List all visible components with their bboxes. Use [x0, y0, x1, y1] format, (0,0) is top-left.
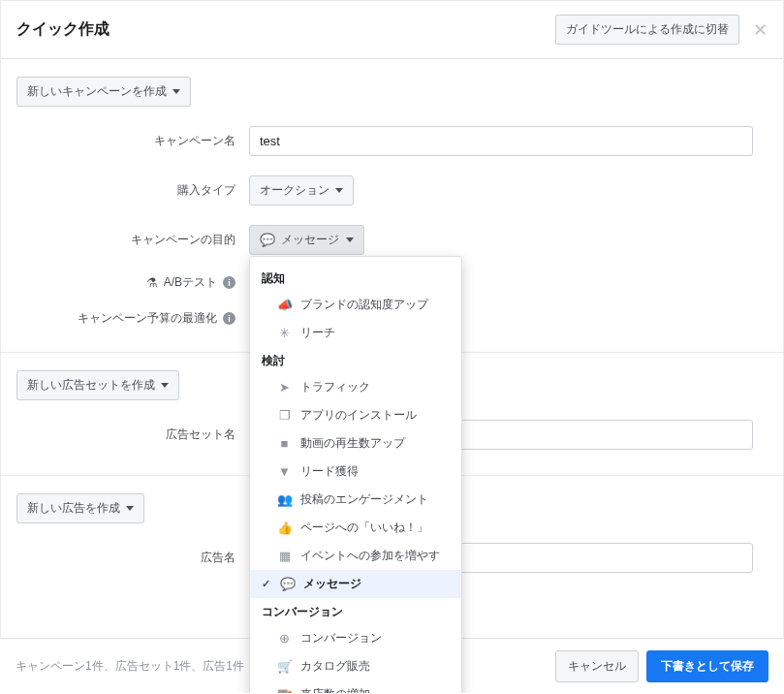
dialog-body: 新しいキャンペーンを作成 キャンペーン名 購入タイプ オークション キャンペーン… [1, 59, 783, 573]
menu-item-lead-gen[interactable]: ▼ リード獲得 [250, 457, 461, 486]
footer-status-text: キャンペーン1件、広告セット1件、広告1件 [16, 658, 244, 675]
save-draft-button[interactable]: 下書きとして保存 [646, 650, 768, 682]
label-budget-opt: キャンペーン予算の最適化 i [16, 310, 249, 327]
footer-actions: キャンセル 下書きとして保存 [555, 650, 768, 682]
objective-menu: 認知 📣 ブランドの認知度アップ ✳ リーチ 検討 ➤ トラフィック [249, 256, 462, 694]
store-icon: 🏬 [277, 687, 292, 694]
label-objective: キャンペーンの目的 [16, 232, 249, 248]
video-icon: ■ [277, 436, 292, 451]
menu-item-brand-awareness[interactable]: 📣 ブランドの認知度アップ [250, 291, 461, 319]
objective-dropdown[interactable]: 💬 メッセージ [249, 225, 364, 255]
globe-icon: ⊕ [277, 631, 292, 646]
header-actions: ガイドツールによる作成に切替 ✕ [555, 15, 768, 45]
menu-item-reach[interactable]: ✳ リーチ [250, 319, 461, 347]
label-campaign-name: キャンペーン名 [16, 133, 249, 149]
funnel-icon: ▼ [277, 464, 292, 479]
chevron-down-icon [161, 383, 169, 388]
menu-item-page-likes[interactable]: 👍 ページへの「いいね！」 [250, 514, 461, 542]
menu-item-conversions[interactable]: ⊕ コンバージョン [250, 624, 461, 652]
menu-item-event-responses[interactable]: ▦ イベントへの参加を増やす [250, 542, 461, 570]
campaign-name-input[interactable] [249, 126, 753, 156]
new-campaign-dropdown[interactable]: 新しいキャンペーンを作成 [16, 77, 191, 107]
switch-guided-button[interactable]: ガイドツールによる作成に切替 [555, 15, 739, 45]
check-icon: ✓ [262, 578, 271, 590]
cancel-button[interactable]: キャンセル [555, 650, 639, 682]
menu-item-video-views[interactable]: ■ 動画の再生数アップ [250, 429, 461, 457]
chevron-down-icon [346, 237, 354, 242]
close-icon[interactable]: ✕ [753, 19, 768, 41]
label-buy-type: 購入タイプ [16, 182, 249, 199]
new-ad-dropdown[interactable]: 新しい広告を作成 [16, 493, 144, 523]
menu-item-messages[interactable]: ✓ 💬 メッセージ [250, 570, 461, 598]
flask-icon: ⚗ [146, 276, 158, 289]
cursor-icon: ➤ [277, 380, 292, 394]
box-icon: ❐ [277, 408, 292, 423]
objective-value: メッセージ [281, 232, 339, 248]
megaphone-icon: 📣 [277, 298, 292, 312]
reach-icon: ✳ [277, 326, 292, 340]
row-objective: キャンペーンの目的 💬 メッセージ 認知 📣 ブランドの認知度アップ ✳ [16, 225, 768, 255]
buy-type-dropdown[interactable]: オークション [249, 175, 354, 205]
label-ad-name: 広告名 [16, 550, 249, 566]
cart-icon: 🛒 [277, 659, 292, 674]
info-icon[interactable]: i [223, 312, 235, 325]
menu-group-conversion: コンバージョン [250, 598, 461, 624]
people-icon: 👥 [277, 492, 292, 507]
dialog-header: クイック作成 ガイドツールによる作成に切替 ✕ [1, 1, 783, 59]
dialog-title: クイック作成 [16, 19, 110, 40]
chevron-down-icon [172, 89, 180, 94]
row-campaign-name: キャンペーン名 [16, 126, 768, 156]
new-adset-label: 新しい広告セットを作成 [27, 377, 155, 394]
menu-item-catalog-sales[interactable]: 🛒 カタログ販売 [250, 652, 461, 680]
menu-item-engagement[interactable]: 👥 投稿のエンゲージメント [250, 486, 461, 514]
chevron-down-icon [126, 506, 134, 511]
chevron-down-icon [335, 188, 343, 193]
messages-icon: 💬 [280, 577, 295, 591]
new-ad-label: 新しい広告を作成 [27, 500, 120, 517]
new-campaign-label: 新しいキャンペーンを作成 [27, 83, 167, 100]
menu-group-awareness: 認知 [250, 265, 461, 291]
info-icon[interactable]: i [223, 276, 235, 289]
thumb-up-icon: 👍 [277, 520, 292, 535]
calendar-icon: ▦ [277, 549, 292, 563]
buy-type-value: オークション [260, 182, 329, 199]
menu-item-app-installs[interactable]: ❐ アプリのインストール [250, 401, 461, 429]
menu-item-store-visits[interactable]: 🏬 来店数の増加 [250, 680, 461, 694]
menu-item-traffic[interactable]: ➤ トラフィック [250, 373, 461, 401]
label-adset-name: 広告セット名 [16, 426, 249, 443]
messages-icon: 💬 [260, 233, 274, 247]
menu-group-consideration: 検討 [250, 347, 461, 373]
new-adset-dropdown[interactable]: 新しい広告セットを作成 [16, 370, 179, 400]
row-buy-type: 購入タイプ オークション [16, 175, 768, 205]
label-ab-test: ⚗ A/Bテスト i [16, 274, 249, 291]
